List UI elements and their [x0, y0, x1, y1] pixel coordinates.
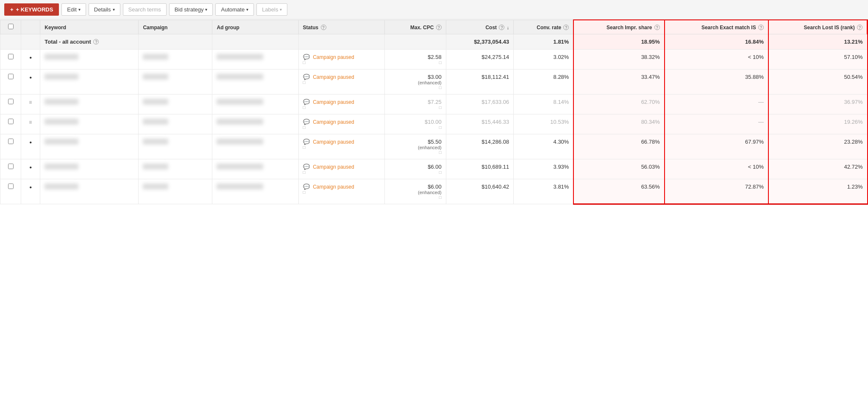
row-campaign-cell	[139, 69, 212, 94]
row-cost-cell: $10,689.11	[446, 159, 514, 179]
keywords-table-wrapper: Keyword Campaign Ad group Status ? Max. …	[0, 19, 868, 205]
row-exactmatch-cell: 67.97%	[665, 134, 768, 159]
select-all-checkbox[interactable]	[8, 24, 14, 29]
row-adgroup-cell	[212, 69, 298, 94]
status-help-icon[interactable]: ?	[321, 25, 326, 30]
status-dot-icon: ●	[29, 165, 32, 170]
campaign-blurred	[143, 164, 168, 170]
totals-status-cell	[298, 34, 384, 49]
select-all-header[interactable]	[0, 20, 21, 34]
row-convrate-cell: 8.28%	[514, 69, 574, 94]
status-label: Campaign paused	[313, 99, 354, 105]
keyword-blurred	[45, 74, 78, 80]
row-searchlost-cell: 57.10%	[768, 49, 867, 69]
toolbar: + + KEYWORDS Edit ▾ Details ▾ Search ter…	[0, 0, 868, 19]
info-icon: □	[389, 60, 442, 65]
row-campaign-cell	[139, 159, 212, 179]
campaign-blurred	[143, 139, 168, 145]
enhanced-note: (enhanced)	[389, 80, 442, 85]
keywords-label: + KEYWORDS	[16, 6, 53, 13]
keyword-blurred	[45, 164, 78, 170]
row-adgroup-cell	[212, 134, 298, 159]
conv-rate-header: Conv. rate ?	[514, 20, 574, 34]
bid-strategy-button[interactable]: Bid strategy ▾	[169, 3, 213, 16]
table-row: ⏸ 💬 Campaign paused □ $10.00 □ $15,446.3	[0, 114, 868, 134]
row-maxcpc-cell: $7.25 □	[384, 94, 446, 114]
keywords-button[interactable]: + + KEYWORDS	[4, 3, 59, 16]
campaign-blurred	[143, 99, 168, 105]
row-status-cell: 💬 Campaign paused □	[298, 49, 384, 69]
row-keyword-cell	[40, 114, 139, 134]
row-cost-cell: $24,275.14	[446, 49, 514, 69]
status-info-icon: □	[303, 60, 380, 65]
search-impr-help-icon[interactable]: ?	[654, 25, 660, 30]
row-checkbox-cell[interactable]	[0, 134, 21, 159]
status-info-icon: □	[303, 190, 380, 195]
status-dot-icon: ⏸	[28, 120, 33, 125]
status-dot-icon: ●	[29, 75, 32, 80]
row-checkbox-cell[interactable]	[0, 179, 21, 204]
row-searchlost-cell: 50.54%	[768, 69, 867, 94]
row-checkbox[interactable]	[8, 139, 14, 144]
search-terms-button[interactable]: Search terms	[123, 3, 167, 16]
row-checkbox[interactable]	[8, 54, 14, 59]
row-adgroup-cell	[212, 94, 298, 114]
status-dot-icon: ⏸	[28, 100, 33, 105]
row-checkbox-cell[interactable]	[0, 94, 21, 114]
adgroup-blurred	[217, 139, 263, 145]
conv-rate-help-icon[interactable]: ?	[563, 25, 569, 30]
row-campaign-cell	[139, 179, 212, 204]
bid-strategy-label: Bid strategy	[175, 6, 204, 13]
details-button[interactable]: Details ▾	[89, 3, 120, 16]
row-checkbox-cell[interactable]	[0, 69, 21, 94]
row-exactmatch-cell: —	[665, 114, 768, 134]
row-convrate-cell: 3.02%	[514, 49, 574, 69]
row-status-cell: 💬 Campaign paused □	[298, 114, 384, 134]
totals-help-icon[interactable]: ?	[93, 39, 99, 45]
row-maxcpc-cell: $10.00 □	[384, 114, 446, 134]
labels-button[interactable]: Labels ▾	[256, 3, 287, 16]
info-icon: □	[389, 105, 442, 110]
search-exact-match-header: Search Exact match IS ?	[665, 20, 768, 34]
row-checkbox-cell[interactable]	[0, 114, 21, 134]
keywords-table: Keyword Campaign Ad group Status ? Max. …	[0, 19, 868, 205]
automate-button[interactable]: Automate ▾	[215, 3, 254, 16]
search-lost-help-icon[interactable]: ?	[857, 25, 862, 30]
row-checkbox[interactable]	[8, 164, 14, 169]
search-exact-help-icon[interactable]: ?	[758, 25, 764, 30]
status-label: Campaign paused	[313, 119, 354, 125]
table-row: ⏸ 💬 Campaign paused □ $7.25 □ $17,633.06	[0, 94, 868, 114]
edit-label: Edit	[67, 6, 76, 13]
edit-button[interactable]: Edit ▾	[61, 3, 86, 16]
row-dot-cell: ●	[21, 69, 40, 94]
status-info-icon: □	[303, 80, 380, 85]
row-checkbox-cell[interactable]	[0, 49, 21, 69]
row-checkbox[interactable]	[8, 99, 14, 104]
status-dot-icon: ●	[29, 185, 32, 189]
status-info-icon: □	[303, 125, 380, 130]
row-searchimpr-cell: 80.34%	[573, 114, 664, 134]
cost-help-icon[interactable]: ?	[499, 25, 504, 30]
status-chat-icon: 💬	[303, 119, 310, 125]
totals-searchlost-cell: 13.21%	[768, 34, 867, 49]
row-maxcpc-cell: $5.50 (enhanced) □	[384, 134, 446, 159]
row-exactmatch-cell: < 10%	[665, 49, 768, 69]
adgroup-blurred	[217, 99, 263, 105]
row-checkbox-cell[interactable]	[0, 159, 21, 179]
row-checkbox[interactable]	[8, 119, 14, 124]
cost-sort-icon[interactable]: ↓	[507, 25, 509, 30]
row-checkbox[interactable]	[8, 184, 14, 189]
details-caret: ▾	[113, 7, 115, 12]
row-maxcpc-cell: $6.00 □	[384, 159, 446, 179]
row-cost-cell: $18,112.41	[446, 69, 514, 94]
automate-caret: ▾	[246, 7, 248, 12]
labels-caret: ▾	[280, 7, 282, 12]
max-cpc-help-icon[interactable]: ?	[436, 25, 442, 30]
row-cost-cell: $17,633.06	[446, 94, 514, 114]
row-checkbox[interactable]	[8, 74, 14, 79]
row-dot-cell: ●	[21, 159, 40, 179]
row-convrate-cell: 8.14%	[514, 94, 574, 114]
status-dot-icon: ●	[29, 55, 32, 60]
row-maxcpc-cell: $3.00 (enhanced) □	[384, 69, 446, 94]
row-searchlost-cell: 19.26%	[768, 114, 867, 134]
